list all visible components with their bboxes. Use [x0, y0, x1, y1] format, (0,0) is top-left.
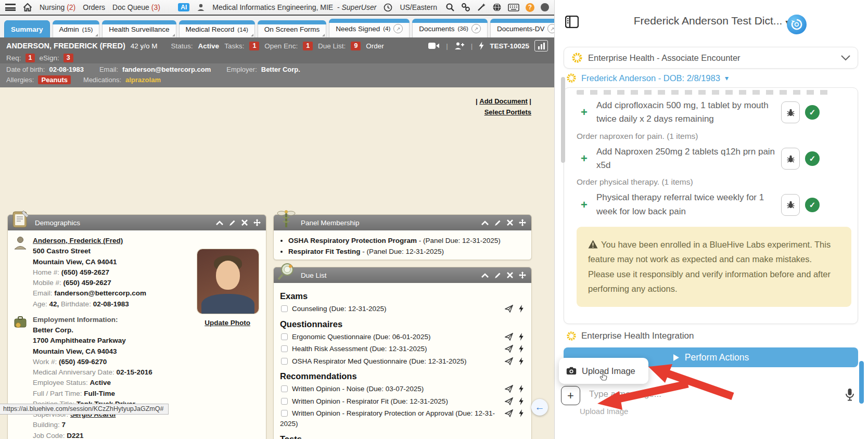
tab-documents-dv[interactable]: Documents-DV↗: [490, 19, 564, 37]
video-camera-icon[interactable]: [428, 42, 440, 49]
wand-icon[interactable]: [477, 3, 486, 12]
due-item-checkbox[interactable]: [281, 305, 288, 312]
patient-name-link[interactable]: Anderson, Frederick (Fred): [33, 237, 123, 244]
update-photo-link[interactable]: Update Photo: [205, 318, 250, 328]
panel-scrollbar-thumb-active[interactable]: [859, 361, 864, 404]
nav-nursing[interactable]: Nursing (2): [40, 3, 75, 11]
move-icon[interactable]: [519, 219, 526, 226]
nav-orders[interactable]: Orders: [83, 3, 105, 11]
add-person-icon[interactable]: [454, 42, 465, 50]
collapse-panel-button[interactable]: ←: [531, 399, 548, 416]
encounter-card[interactable]: Enterprise Health - Associate Encounter: [564, 47, 858, 69]
clock-icon[interactable]: [384, 3, 392, 12]
due-item-checkbox[interactable]: [281, 333, 288, 340]
bar-chart-icon[interactable]: [534, 40, 548, 51]
upload-image-tooltip: Upload Image: [580, 407, 628, 416]
add-document-link[interactable]: Add Document: [479, 97, 527, 105]
message-input[interactable]: [589, 389, 808, 399]
open-enc-count-badge[interactable]: 1: [303, 42, 313, 50]
tab-documents[interactable]: Documents(36)↗: [412, 19, 488, 37]
chart-id[interactable]: TEST-10025: [490, 42, 529, 50]
due-item-checkbox[interactable]: [281, 345, 288, 352]
help-icon[interactable]: ?: [526, 3, 534, 12]
lightning-icon[interactable]: [519, 333, 524, 341]
collapse-icon[interactable]: [481, 221, 489, 225]
req-count-badge[interactable]: 1: [25, 54, 35, 62]
send-plane-icon[interactable]: [505, 305, 513, 313]
patient-context-line[interactable]: Frederick Anderson - DOB: 2/8/1983 ▾: [566, 73, 729, 83]
keyboard-icon[interactable]: [508, 4, 519, 11]
edit-icon[interactable]: [494, 272, 501, 279]
user-icon: [197, 3, 205, 11]
tasks-count-badge[interactable]: 1: [249, 42, 259, 50]
lightning-icon[interactable]: [519, 397, 524, 405]
lightning-icon[interactable]: [519, 409, 524, 417]
send-plane-icon[interactable]: [505, 345, 513, 353]
timezone-label[interactable]: US/Eastern: [400, 3, 437, 11]
send-plane-icon[interactable]: [505, 357, 513, 365]
due-item-row: Health Risk Assessment (Due: 12-31-2025): [280, 343, 526, 355]
send-plane-icon[interactable]: [505, 385, 513, 393]
due-list-count-badge[interactable]: 9: [351, 42, 361, 50]
send-plane-icon[interactable]: [505, 333, 513, 341]
panel-membership-header[interactable]: Panel Membership: [274, 215, 531, 230]
due-item-checkbox[interactable]: [281, 385, 288, 392]
send-plane-icon[interactable]: [505, 397, 513, 405]
due-item-checkbox[interactable]: [281, 358, 288, 365]
tab-admin[interactable]: Admin(15): [53, 20, 100, 37]
home-icon[interactable]: [23, 3, 32, 11]
tab-on-screen-forms[interactable]: On Screen Forms: [258, 20, 327, 37]
esign-count-badge[interactable]: 3: [63, 54, 73, 62]
debug-button[interactable]: [781, 101, 800, 123]
employer-name: Better Corp.: [33, 326, 73, 334]
patient-name[interactable]: ANDERSON, FREDERICK (FRED): [6, 42, 125, 50]
due-list-header[interactable]: Due List: [274, 267, 531, 283]
lightning-icon[interactable]: [519, 385, 524, 393]
close-icon[interactable]: [507, 272, 513, 278]
patient-header-bar: ANDERSON, FREDERICK (FRED) 42 y/o M Stat…: [0, 37, 554, 63]
tab-needs-signed[interactable]: Needs Signed(4)↗: [329, 19, 410, 37]
close-icon[interactable]: [241, 220, 248, 226]
lightning-icon[interactable]: [519, 345, 524, 353]
edit-icon[interactable]: [494, 220, 501, 226]
profile-dot-icon[interactable]: [541, 3, 549, 11]
chevron-down-icon[interactable]: [841, 55, 850, 61]
collapse-icon[interactable]: [481, 273, 489, 278]
collapse-icon[interactable]: [216, 221, 223, 225]
external-link-icon[interactable]: ↗: [393, 24, 403, 33]
debug-button[interactable]: [781, 194, 800, 216]
tab-medical-record[interactable]: Medical Record(14): [179, 20, 255, 37]
lightning-icon[interactable]: [479, 42, 484, 50]
panel-scrollbar-thumb[interactable]: [561, 77, 565, 163]
link-icon[interactable]: [461, 3, 470, 12]
due-item-checkbox[interactable]: [281, 410, 288, 417]
upload-image-menu-item[interactable]: Upload Image: [559, 358, 648, 384]
tab-health-surveillance[interactable]: Health Surveillance: [102, 20, 176, 37]
external-link-icon[interactable]: ↗: [471, 24, 481, 33]
session-title[interactable]: Frederick Anderson Test Dict... ▾: [555, 15, 868, 27]
nav-doc-queue[interactable]: Doc Queue (3): [112, 3, 160, 11]
edit-icon[interactable]: [229, 220, 236, 226]
due-item-checkbox[interactable]: [281, 398, 288, 405]
demographics-portlet-header[interactable]: Demographics: [8, 215, 266, 230]
close-icon[interactable]: [507, 220, 513, 226]
globe-icon[interactable]: [492, 3, 502, 12]
lightning-icon[interactable]: [519, 305, 524, 313]
tab-summary[interactable]: Summary: [4, 20, 50, 37]
debug-button[interactable]: [781, 148, 800, 170]
allergy-badge[interactable]: Peanuts: [38, 75, 71, 84]
move-icon[interactable]: [253, 219, 261, 226]
bluehive-logo[interactable]: [787, 15, 807, 34]
ai-badge[interactable]: AI: [178, 3, 189, 11]
send-plane-icon[interactable]: [505, 409, 513, 417]
order-menu[interactable]: Order: [366, 42, 384, 50]
lightning-icon[interactable]: [519, 357, 524, 365]
search-icon[interactable]: [445, 3, 455, 12]
move-icon[interactable]: [519, 272, 526, 279]
select-portlets-link[interactable]: Select Portlets: [484, 108, 531, 116]
medication-value[interactable]: alprazolam: [125, 76, 161, 84]
microphone-icon[interactable]: [845, 388, 854, 404]
due-item-row: Ergonomic Questionnaire (Due: 06-01-2025…: [280, 331, 526, 343]
attach-plus-button[interactable]: +: [561, 386, 580, 405]
hamburger-menu-icon[interactable]: [5, 4, 16, 11]
